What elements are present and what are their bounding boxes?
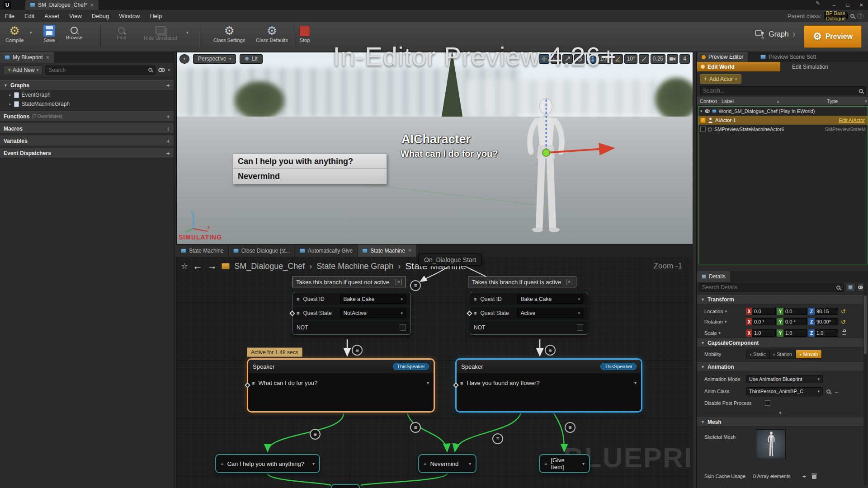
quest-state-dropdown[interactable]: NotActive [340, 309, 406, 318]
visibility-icon[interactable] [705, 109, 710, 113]
close-comment-icon[interactable]: ✕ [396, 279, 402, 285]
blueprint-search[interactable] [45, 66, 156, 75]
graph-mode-button[interactable]: Graph › [755, 28, 796, 40]
state-machine-graph-editor[interactable]: BLUEPRINT State Machine Close Dialogue (… [176, 244, 693, 488]
functions-section-header[interactable]: Functions (7 Overridable) + [0, 111, 174, 122]
rotation-label[interactable]: Rotation▾ [697, 319, 746, 324]
quest-state-dropdown[interactable]: Active [517, 309, 583, 318]
rotation-y[interactable]: 0.0 ° [783, 318, 807, 325]
viewport-options-button[interactable]: ▾ [179, 54, 189, 64]
outliner-row-aiactor[interactable]: AIActor-1 Edit AIActor [698, 116, 868, 125]
tab-preview-scene-settings[interactable]: Preview Scene Sett [760, 54, 816, 60]
option-node-give-item[interactable]: ≡ [Give Item] ▾ [539, 454, 590, 473]
tab-preview-editor[interactable]: Preview Editor [697, 52, 748, 62]
speaker-node-selected[interactable]: Speaker ThisSpeaker ≡ Have you found any… [455, 358, 642, 413]
quest-branch-node-not-active[interactable]: ≡ Quest ID Bake a Cake ≡ Quest State Not… [292, 292, 411, 335]
scale-snap-toggle[interactable] [639, 54, 649, 64]
animation-mode-dropdown[interactable]: Use Animation Blueprint [746, 375, 823, 383]
anim-class-dropdown[interactable]: ThirdPerson_AnimBP_C [746, 387, 823, 395]
close-button[interactable] [854, 0, 868, 10]
transform-section-header[interactable]: ▼ Transform [697, 295, 863, 304]
use-selected-icon[interactable]: ← [834, 389, 839, 394]
grid-snap-toggle[interactable] [586, 54, 596, 64]
compile-options-caret[interactable]: ▾ [30, 30, 32, 35]
not-checkbox[interactable] [577, 324, 583, 331]
hide-unrelated-caret[interactable]: ▾ [186, 30, 189, 35]
col-context[interactable]: Context [700, 99, 717, 104]
details-scrollbar[interactable] [863, 282, 867, 485]
outliner-row-smpreview[interactable]: SMPreviewStateMachineActor6 SMPreviewSta… [698, 125, 868, 134]
rotation-snap-value[interactable]: 10° [624, 54, 637, 64]
this-speaker-tag[interactable]: ThisSpeaker [600, 363, 637, 370]
property-matrix-button[interactable] [845, 283, 855, 292]
edit-aiactor-link[interactable]: Edit AIActor [839, 117, 865, 123]
quest-branch-node-active[interactable]: ≡ Quest ID Bake a Cake ≡ Quest State Act… [470, 292, 588, 335]
graph-tab-4-active[interactable]: State Machine ✕ [358, 244, 417, 257]
transition-badge[interactable] [565, 422, 576, 433]
add-new-button[interactable]: + Add New ▾ [4, 65, 42, 75]
expander-icon[interactable]: ▸ [9, 102, 11, 106]
add-dispatcher-button[interactable]: + [166, 150, 170, 157]
location-z[interactable]: 98.15 [815, 308, 838, 315]
add-element-icon[interactable]: + [802, 473, 806, 480]
camera-speed-value[interactable]: 4 [679, 54, 690, 64]
dropdown-caret[interactable]: ▾ [582, 461, 585, 466]
scale-label[interactable]: Scale▾ [697, 330, 746, 336]
option-node-nevermind[interactable]: ≡ Nevermind ▾ [418, 454, 476, 473]
quest-id-dropdown[interactable]: Bake a Cake [340, 295, 406, 304]
class-settings-button[interactable]: ⚙ Class Settings [213, 25, 245, 43]
graph-tab-1[interactable]: State Machine [176, 244, 229, 257]
help-icon[interactable]: ? [857, 13, 863, 19]
menu-file[interactable]: File [0, 13, 19, 19]
add-actor-button[interactable]: + Add Actor ▾ [700, 74, 741, 84]
graph-tab-3[interactable]: Automatically Give [295, 244, 358, 257]
favorite-star-icon[interactable]: ☆ [181, 261, 188, 271]
event-dispatchers-section-header[interactable]: Event Dispatchers + [0, 148, 174, 158]
rotate-tool-button[interactable] [551, 54, 561, 64]
feedback-icon[interactable]: ✎ [816, 0, 820, 10]
asset-tab[interactable]: SM_Dialogue_Chef* ✕ [25, 0, 99, 10]
transition-badge[interactable] [310, 429, 321, 440]
graph-item-statemachinegraph[interactable]: ▸ StateMachineGraph [0, 99, 174, 108]
col-label[interactable]: Label [722, 99, 734, 104]
transition-badge[interactable] [492, 433, 503, 444]
add-graph-button[interactable]: + [166, 82, 170, 89]
scale-snap-value[interactable]: 0.25 [651, 54, 665, 64]
close-panel-icon[interactable]: ✕ [46, 55, 50, 61]
sort-icon[interactable]: ▴ [777, 99, 779, 103]
scale-x[interactable]: 1.0 [752, 329, 776, 337]
dialogue-option-1[interactable]: Can I help you with anything? [233, 154, 387, 169]
rotation-snap-toggle[interactable] [613, 54, 623, 64]
scale-tool-button[interactable] [562, 54, 573, 64]
nav-back-icon[interactable]: ← [193, 260, 203, 272]
actor-checkbox[interactable] [700, 127, 706, 132]
search-icon[interactable] [850, 14, 854, 18]
menu-asset[interactable]: Asset [39, 13, 64, 19]
outliner-search[interactable] [700, 86, 866, 95]
nav-forward-icon[interactable]: → [207, 260, 217, 272]
translate-tool-button[interactable] [539, 54, 549, 64]
3d-viewport[interactable]: ▾ Perspective▾ Lit 100 10° 0.25 4 [176, 52, 693, 244]
branch-comment-active[interactable]: Takes this branch if quest is active ✕ [468, 277, 576, 287]
scale-lock-icon[interactable] [842, 331, 846, 335]
location-label[interactable]: Location▾ [697, 309, 746, 314]
expander-icon[interactable]: ▸ [9, 93, 11, 97]
my-blueprint-tab[interactable]: My Blueprint ✕ [0, 52, 54, 63]
graphs-section-header[interactable]: ▼ Graphs + [0, 80, 174, 90]
grid-snap-value[interactable]: 100 [598, 54, 611, 64]
rotation-z[interactable]: 90.00° [815, 318, 838, 325]
location-y[interactable]: 0.0 [783, 308, 807, 315]
rotation-x[interactable]: 0.0 ° [752, 318, 776, 325]
expander-icon[interactable]: ▾ [700, 109, 703, 113]
dialogue-option-2[interactable]: Nevermind [233, 169, 387, 184]
dropdown-caret[interactable]: ▾ [634, 380, 637, 385]
variables-section-header[interactable]: Variables + [0, 136, 174, 146]
speaker-dialogue-text[interactable]: What can I do for you? [258, 380, 317, 386]
perspective-button[interactable]: Perspective▾ [193, 54, 236, 64]
hide-unrelated-button[interactable]: Hide Unrelated [144, 25, 177, 41]
add-function-button[interactable]: + [166, 113, 170, 120]
speaker-dialogue-text[interactable]: Have you found any flower? [467, 380, 539, 386]
option-node-help[interactable]: ≡ Can I help you with anything? ▾ [215, 454, 320, 473]
menu-edit[interactable]: Edit [19, 13, 39, 19]
add-macro-button[interactable]: + [166, 125, 170, 132]
